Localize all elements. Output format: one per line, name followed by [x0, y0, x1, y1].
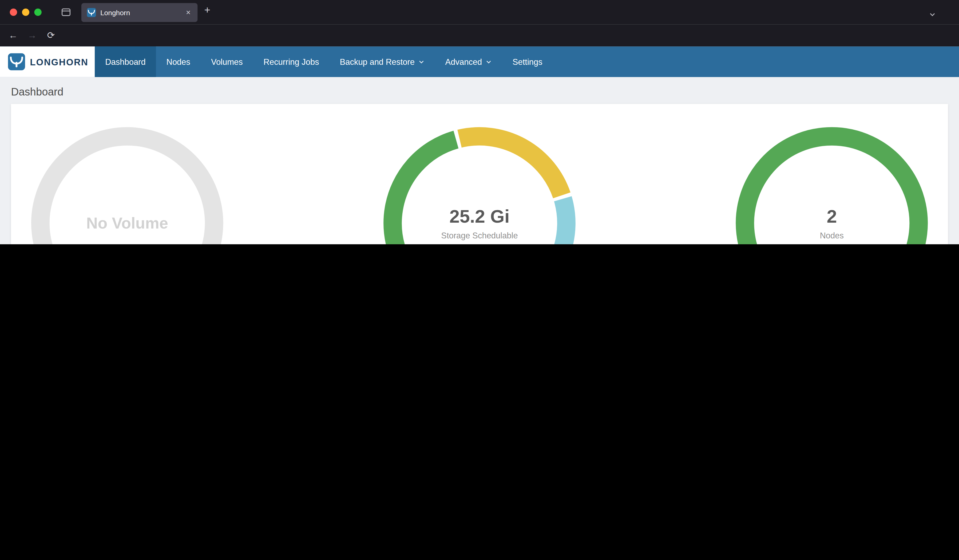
nav-item-nodes[interactable]: Nodes — [156, 46, 201, 77]
nav-item-volumes[interactable]: Volumes — [201, 46, 253, 77]
screen: Longhorn ✕ + ← → ⟳ http://localhost:8080… — [0, 0, 959, 244]
dashboard-panel-nodes: 2NodesSchedulable2Unschedulable0Down0Dis… — [729, 104, 934, 244]
gauge-value: No Volume — [86, 213, 168, 232]
tab-close-icon[interactable]: ✕ — [185, 8, 192, 17]
gauge-center-nodes: 2Nodes — [734, 125, 930, 244]
nav-item-dashboard[interactable]: Dashboard — [95, 46, 156, 77]
nav-item-recurring-jobs[interactable]: Recurring Jobs — [253, 46, 330, 77]
firefox-view-icon[interactable] — [61, 8, 71, 20]
nav-item-label: Advanced — [445, 57, 482, 66]
app-header: LONGHORN DashboardNodesVolumesRecurring … — [0, 46, 959, 77]
nav-item-label: Dashboard — [105, 57, 145, 66]
back-button[interactable]: ← — [8, 29, 18, 41]
nav-item-advanced[interactable]: Advanced — [435, 46, 502, 77]
nav-item-label: Volumes — [211, 57, 243, 66]
longhorn-logo-icon — [8, 53, 25, 70]
longhorn-favicon-icon — [87, 8, 96, 17]
dashboard-card: No VolumeHealthy0Degraded0In Progress0Fa… — [11, 104, 948, 244]
brand-name: LONGHORN — [30, 57, 88, 67]
nav-item-settings[interactable]: Settings — [502, 46, 553, 77]
nav-item-label: Settings — [513, 57, 542, 66]
main-nav: DashboardNodesVolumesRecurring JobsBacku… — [95, 46, 553, 77]
browser-toolbar: ← → ⟳ http://localhost:8080/#/dashboard … — [0, 24, 959, 47]
tab-title: Longhorn — [100, 9, 185, 16]
longhorn-brand[interactable]: LONGHORN — [0, 46, 95, 77]
gauge-sublabel: Storage Schedulable — [441, 231, 518, 240]
gauge-storage-schedulable: 25.2 GiStorage Schedulable — [382, 125, 577, 244]
gauge-value: 2 — [827, 206, 837, 227]
gauge-panels: No VolumeHealthy0Degraded0In Progress0Fa… — [11, 104, 948, 244]
gauge-value: 25.2 Gi — [449, 206, 510, 227]
nav-item-backup-and-restore[interactable]: Backup and Restore — [330, 46, 435, 77]
gauge-center-storage-schedulable: 25.2 GiStorage Schedulable — [382, 125, 577, 244]
macos-minimize-button[interactable] — [22, 8, 30, 16]
nav-item-label: Backup and Restore — [340, 57, 415, 66]
browser-tab[interactable]: Longhorn ✕ — [81, 3, 198, 22]
forward-button[interactable]: → — [27, 29, 37, 41]
gauge-volume: No Volume — [29, 125, 225, 244]
reload-button[interactable]: ⟳ — [47, 29, 55, 41]
tabs-dropdown-icon[interactable] — [929, 9, 936, 20]
page-title: Dashboard — [11, 86, 63, 99]
macos-window-controls — [10, 8, 41, 16]
gauge-sublabel: Nodes — [820, 231, 844, 240]
nav-item-label: Nodes — [167, 57, 190, 66]
browser-titlebar: Longhorn ✕ + — [0, 0, 959, 24]
macos-zoom-button[interactable] — [34, 8, 41, 16]
chevron-down-icon — [418, 59, 425, 65]
gauge-center-volume: No Volume — [29, 125, 225, 244]
gauge-nodes: 2Nodes — [734, 125, 930, 244]
nav-item-label: Recurring Jobs — [264, 57, 319, 66]
new-tab-button[interactable]: + — [204, 4, 210, 16]
chevron-down-icon — [486, 59, 492, 65]
dashboard-panel-storage-schedulable: 25.2 GiStorage SchedulableSchedulable25.… — [377, 104, 582, 244]
dashboard-panel-volume: No VolumeHealthy0Degraded0In Progress0Fa… — [25, 104, 230, 244]
macos-close-button[interactable] — [10, 8, 18, 16]
